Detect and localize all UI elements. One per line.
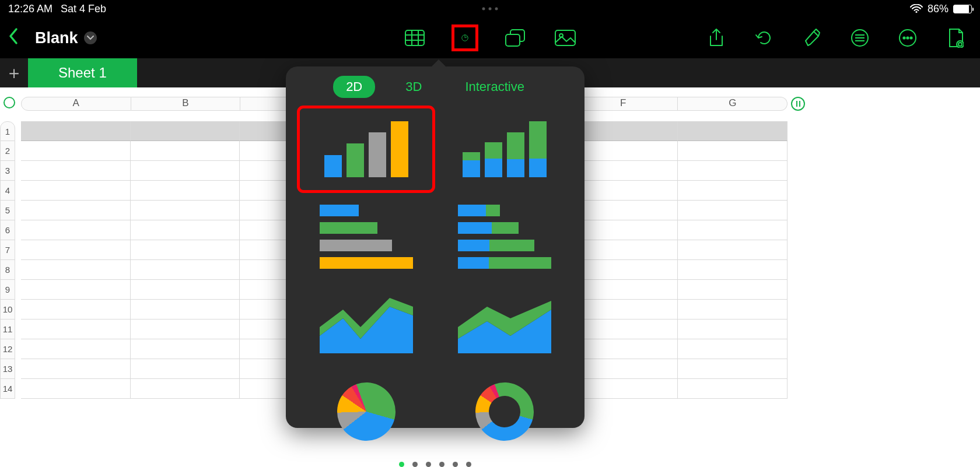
column-add-handle[interactable] [791,97,805,111]
cell[interactable] [21,319,131,339]
row-header[interactable]: 4 [0,181,15,201]
cell[interactable] [678,220,788,240]
row-header[interactable]: 8 [0,260,15,280]
cell[interactable] [678,201,788,220]
cell[interactable] [569,359,678,379]
chart-option-2d-donut[interactable] [438,371,570,452]
row-header[interactable]: 13 [0,359,15,379]
more-icon[interactable] [897,27,918,48]
cell[interactable] [569,319,678,339]
insert-shape-icon[interactable] [505,27,526,48]
cell[interactable] [678,339,788,359]
chart-option-2d-stacked-bar[interactable] [438,196,570,278]
select-all-handle[interactable] [4,97,15,108]
format-brush-icon[interactable] [802,27,822,48]
insert-media-icon[interactable] [555,27,576,48]
cell[interactable] [678,280,788,300]
insert-table-icon[interactable] [404,27,425,48]
cell[interactable] [678,300,788,319]
cell[interactable] [678,161,788,181]
chart-option-2d-bar[interactable] [300,196,432,278]
cell[interactable] [131,201,240,220]
cell[interactable] [569,121,678,141]
cell[interactable] [21,220,131,240]
row-header[interactable]: 6 [0,220,15,240]
cell[interactable] [21,339,131,359]
row-header[interactable]: 1 [0,121,15,141]
chevron-down-icon[interactable] [84,31,97,44]
row-header[interactable]: 5 [0,201,15,220]
row-header[interactable]: 12 [0,339,15,359]
sheet-tab-1[interactable]: Sheet 1 [28,58,137,87]
row-header[interactable]: 7 [0,240,15,260]
tab-2d[interactable]: 2D [333,76,375,98]
chart-option-2d-column[interactable] [300,108,432,190]
cell[interactable] [569,141,678,161]
cell[interactable] [21,359,131,379]
cell[interactable] [131,121,240,141]
popover-page-dots[interactable] [286,452,584,467]
col-header-b[interactable]: B [131,97,241,111]
cell[interactable] [21,201,131,220]
cell[interactable] [678,359,788,379]
cell[interactable] [131,379,240,399]
cell[interactable] [21,379,131,399]
cell[interactable] [569,280,678,300]
cell[interactable] [21,300,131,319]
back-button[interactable] [6,27,21,50]
chart-option-2d-area[interactable] [300,283,432,365]
row-header[interactable]: 14 [0,379,15,399]
cell[interactable] [131,181,240,201]
insert-chart-icon[interactable] [454,27,475,48]
cell[interactable] [131,280,240,300]
cell[interactable] [678,240,788,260]
cell[interactable] [131,240,240,260]
row-header[interactable]: 3 [0,161,15,181]
tab-interactive[interactable]: Interactive [452,76,537,98]
cell[interactable] [21,121,131,141]
cell[interactable] [131,220,240,240]
cell[interactable] [678,141,788,161]
cell[interactable] [21,181,131,201]
cell[interactable] [131,260,240,280]
row-header[interactable]: 2 [0,141,15,161]
cell[interactable] [131,359,240,379]
col-header-f[interactable]: F [569,97,678,111]
cell[interactable] [678,260,788,280]
chart-option-2d-stacked-area[interactable] [438,283,570,365]
cell[interactable] [131,161,240,181]
chart-option-2d-stacked-column[interactable] [438,108,570,190]
cell[interactable] [569,240,678,260]
cell[interactable] [678,319,788,339]
col-header-g[interactable]: G [678,97,788,111]
cell[interactable] [131,141,240,161]
cell[interactable] [569,379,678,399]
row-header[interactable]: 9 [0,280,15,300]
tab-3d[interactable]: 3D [393,76,435,98]
cell[interactable] [21,240,131,260]
chart-option-2d-pie[interactable] [300,371,432,452]
document-settings-icon[interactable] [945,27,966,48]
cell[interactable] [569,339,678,359]
row-header[interactable]: 10 [0,300,15,319]
cell[interactable] [131,300,240,319]
cell[interactable] [21,141,131,161]
cell[interactable] [569,201,678,220]
cell[interactable] [569,260,678,280]
add-sheet-button[interactable]: ＋ [0,58,28,87]
undo-icon[interactable] [754,27,775,48]
cell[interactable] [21,161,131,181]
organize-icon[interactable] [849,27,870,48]
cell[interactable] [569,181,678,201]
cell[interactable] [131,319,240,339]
cell[interactable] [131,339,240,359]
cell[interactable] [21,260,131,280]
cell[interactable] [678,379,788,399]
multitask-dots[interactable] [482,8,498,10]
document-title[interactable]: Blank [35,29,97,47]
cell[interactable] [678,121,788,141]
cell[interactable] [569,161,678,181]
cell[interactable] [21,280,131,300]
cell[interactable] [569,300,678,319]
cell[interactable] [678,181,788,201]
